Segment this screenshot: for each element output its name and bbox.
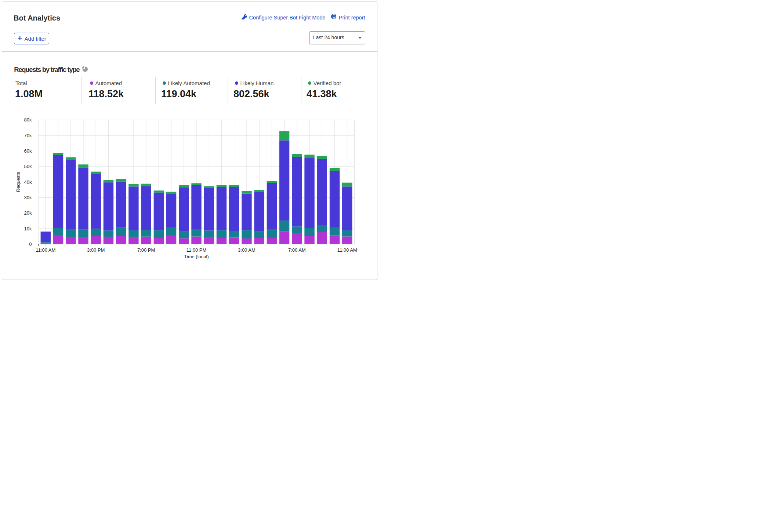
svg-text:10k: 10k	[24, 226, 32, 232]
svg-text:50k: 50k	[24, 164, 32, 169]
svg-text:11:00 PM: 11:00 PM	[186, 247, 207, 253]
svg-text:30k: 30k	[24, 195, 32, 200]
svg-text:7:00 AM: 7:00 AM	[288, 247, 306, 253]
svg-text:Time (local): Time (local)	[184, 254, 209, 259]
svg-text:3:00 AM: 3:00 AM	[238, 247, 256, 253]
svg-text:3:00 PM: 3:00 PM	[87, 247, 105, 253]
svg-text:70k: 70k	[24, 133, 32, 138]
svg-text:0: 0	[29, 241, 32, 247]
svg-text:60k: 60k	[24, 148, 32, 154]
svg-text:11:00 AM: 11:00 AM	[337, 247, 357, 253]
svg-text:20k: 20k	[24, 210, 32, 216]
svg-text:Requests: Requests	[15, 172, 21, 192]
svg-text:40k: 40k	[24, 179, 32, 185]
svg-text:11:00 AM: 11:00 AM	[36, 247, 55, 253]
svg-text:7:00 PM: 7:00 PM	[137, 247, 155, 253]
svg-text:80k: 80k	[24, 117, 32, 123]
